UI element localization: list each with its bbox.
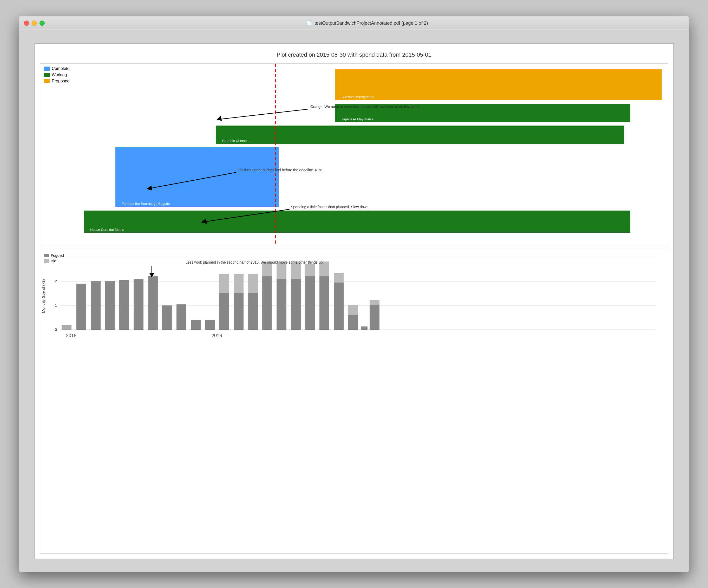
bar-20-f xyxy=(348,315,358,330)
x-label-2016: 2016 xyxy=(212,333,222,338)
bar-21-b xyxy=(361,326,367,327)
legend-complete-color xyxy=(44,66,50,71)
spend-chart: Funded Bid Monthly Spend (k$) xyxy=(40,249,668,554)
legend-complete-label: Complete xyxy=(52,66,69,71)
bar-0-neg xyxy=(62,325,71,330)
legend-working-label: Working xyxy=(52,72,67,77)
bar-10 xyxy=(205,320,215,330)
bar-11-f xyxy=(219,293,229,330)
spend-annotation-text: Less work planned in the second half of … xyxy=(185,260,324,264)
pdf-icon: 📄 xyxy=(306,21,312,26)
bar-7 xyxy=(162,305,172,330)
legend-working: Working xyxy=(44,72,70,77)
bar-13-b xyxy=(248,274,258,293)
bar-15-f xyxy=(276,279,287,330)
bar-9 xyxy=(191,320,201,330)
titlebar: 📄 testOutputSandwichProjectAnnotated.pdf… xyxy=(19,16,689,30)
green-annotation-text: Spending a little faster than planned. S… xyxy=(291,205,370,209)
legend-complete: Complete xyxy=(44,66,70,71)
bid-color xyxy=(44,259,49,263)
bar-17-b xyxy=(305,264,315,276)
legend-working-color xyxy=(44,73,50,77)
y-tick-1: 1 xyxy=(55,303,57,307)
orange-annotation-line xyxy=(217,109,308,120)
y-tick-2: 2 xyxy=(55,279,57,283)
bar-22-b xyxy=(370,300,380,305)
bar-18-f xyxy=(319,276,329,330)
gantt-label-ferment: Ferment the Sourdough Bagette xyxy=(122,202,170,206)
spend-svg: Monthly Spend (k$) 0 1 2 3 xyxy=(40,249,668,553)
orange-annotation-arrowhead xyxy=(217,116,222,121)
bar-22-f xyxy=(370,305,380,330)
funded-color xyxy=(44,254,49,257)
minimize-button[interactable] xyxy=(32,21,37,26)
window-title: 📄 testOutputSandwichProjectAnnotated.pdf… xyxy=(50,20,684,26)
bar-14-f xyxy=(262,276,272,330)
bar-8 xyxy=(176,304,186,330)
gantt-label-japanese: Japanese Mayonaise xyxy=(342,117,374,121)
orange-annotation-text: Orange. We need to raise this money stil… xyxy=(310,105,419,109)
chart-title: Plot created on 2015-08-30 with spend da… xyxy=(40,52,668,58)
spend-legend-bid: Bid xyxy=(44,259,64,263)
bar-5 xyxy=(134,279,144,330)
bar-16-f xyxy=(291,279,301,330)
bar-12-b xyxy=(234,274,243,293)
spend-legend-funded: Funded xyxy=(44,253,64,258)
bar-12-f xyxy=(234,293,243,330)
zoom-button[interactable] xyxy=(39,21,45,26)
bar-4 xyxy=(119,280,129,330)
gantt-chart: Complete Working Proposed Cultivat xyxy=(40,63,668,245)
y-tick-0: 0 xyxy=(55,327,57,332)
spend-legend: Funded Bid xyxy=(44,253,64,263)
gantt-label-cheetos: Crumble Cheetos xyxy=(222,139,249,143)
bar-2 xyxy=(91,281,100,330)
legend-proposed: Proposed xyxy=(44,79,70,83)
legend-proposed-label: Proposed xyxy=(52,79,70,83)
funded-label: Funded xyxy=(51,253,64,258)
y-axis-label: Monthly Spend (k$) xyxy=(41,279,46,313)
app-window: 📄 testOutputSandwichProjectAnnotated.pdf… xyxy=(19,16,689,572)
gantt-label-cultivate: Cultivate Microgreens xyxy=(342,95,374,99)
gantt-svg: Cultivate Microgreens Japanese Mayonaise… xyxy=(40,64,668,245)
bar-13-f xyxy=(248,293,258,330)
gantt-bar-cultivate xyxy=(335,69,662,100)
bar-17-f xyxy=(305,276,315,330)
gantt-bar-cheetos xyxy=(216,125,624,144)
gantt-legend: Complete Working Proposed xyxy=(44,66,70,83)
traffic-lights xyxy=(24,21,45,26)
gantt-bar-ferment xyxy=(115,147,278,207)
chart-container: Plot created on 2015-08-30 with spend da… xyxy=(34,43,674,559)
legend-proposed-color xyxy=(44,79,50,83)
bar-20-b xyxy=(348,305,358,315)
bar-1 xyxy=(77,284,86,330)
bar-6 xyxy=(148,276,158,330)
gantt-label-house: House Cure the Meats xyxy=(90,228,124,232)
x-label-2015: 2015 xyxy=(66,333,77,338)
bid-label: Bid xyxy=(51,259,56,263)
bar-3 xyxy=(105,281,115,330)
blue-annotation-text: Finished under budget and before the dea… xyxy=(238,168,323,172)
close-button[interactable] xyxy=(24,21,29,26)
bar-19-b xyxy=(334,273,344,283)
bar-19-f xyxy=(334,283,344,330)
bar-11-b xyxy=(219,274,229,293)
bar-21-f xyxy=(361,327,367,330)
gantt-bar-house xyxy=(84,211,630,233)
content-area: Plot created on 2015-08-30 with spend da… xyxy=(19,30,689,572)
